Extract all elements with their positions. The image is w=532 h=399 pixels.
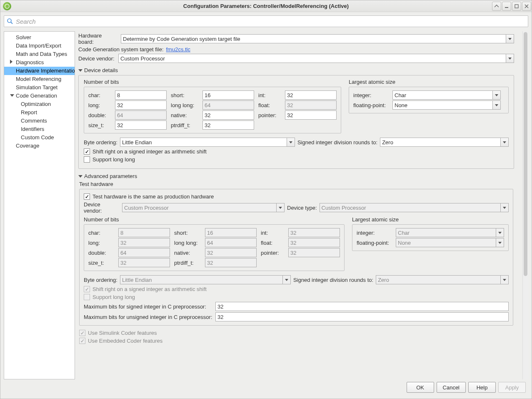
help-button[interactable]: Help [468,382,496,393]
label-device-vendor: Device vendor: [78,55,116,62]
advanced-params-group: Test hardware Test hardware is the same … [78,181,514,344]
tree-item-diagnostics[interactable]: Diagnostics [4,58,75,67]
tree-item-data-import-export[interactable]: Data Import/Export [4,42,75,50]
tree-item-label: Code Generation [16,93,57,99]
bits-short-input[interactable] [202,90,254,100]
tree-item-solver[interactable]: Solver [4,33,75,42]
test-atomic-integer-dropdown: Char [396,228,504,237]
test-hardware-group: Test hardware is the same as production … [79,189,513,326]
tree-item-label: Data Import/Export [16,43,61,49]
test-bits-size-t [118,258,170,267]
bits-char-input[interactable] [115,90,167,100]
label-float: float: [258,102,281,108]
label-cg-target: Code Generation system target file: [78,46,164,53]
signed-div-dropdown[interactable]: Zero [380,138,509,147]
label-double: double: [88,112,111,118]
tree-item-optimization[interactable]: Optimization [4,100,75,108]
atomic-integer-dropdown[interactable]: Char [392,90,501,100]
tree-item-coverage[interactable]: Coverage [4,142,75,150]
window-maximize-button[interactable] [512,2,521,11]
ok-button[interactable]: OK [407,382,434,393]
largest-atomic-group: integer:Char floating-point:None [349,87,509,113]
test-same-checkbox[interactable]: Test hardware is the same as production … [84,193,509,200]
cancel-button[interactable]: Cancel [437,382,466,393]
label-size-t: size_t: [88,122,111,128]
label-largest-atomic: Largest atomic size [349,79,509,85]
device-details-header[interactable]: Device details [78,67,514,73]
tree-item-label: Identifiers [21,126,44,132]
test-bits-long [118,238,170,247]
window-buttons [492,2,532,11]
chevron-down-icon [10,94,14,97]
window-minimize-button[interactable] [502,2,511,11]
bits-size-t-input[interactable] [115,120,167,130]
tree-item-hardware-implementation[interactable]: Hardware Implementation [4,67,75,75]
svg-rect-1 [515,5,518,8]
window-close-button[interactable] [522,2,531,11]
label-long-long: long long: [171,102,198,108]
dialog-footer: OK Cancel Help Apply [4,379,528,395]
tree-item-report[interactable]: Report [4,108,75,117]
search-bar[interactable] [4,15,528,27]
test-bits-float [288,238,340,247]
tree-item-custom-code[interactable]: Custom Code [4,133,75,142]
tree-item-label: Diagnostics [16,59,44,65]
tree-item-model-referencing[interactable]: Model Referencing [4,75,75,83]
nav-tree[interactable]: SolverData Import/ExportMath and Data Ty… [4,31,75,379]
shift-right-checkbox[interactable]: Shift right on a signed integer as arith… [84,148,509,155]
device-vendor-dropdown[interactable]: Custom Processor [118,54,514,63]
label-test-dev-type: Device type: [287,205,317,211]
bits-long-input[interactable] [115,100,167,110]
bits-pointer-input[interactable] [285,110,337,120]
label-pointer: pointer: [258,112,281,118]
tree-item-simulation-target[interactable]: Simulation Target [4,83,75,92]
support-long-long-checkbox[interactable]: Support long long [84,156,509,163]
tree-item-label: Model Referencing [16,76,61,82]
config-params-window: Configuration Parameters: Controller/Mod… [0,0,532,399]
window-title: Configuration Parameters: Controller/Mod… [0,3,532,9]
bits-float-input [285,100,337,110]
advanced-params-header[interactable]: Advanced parameters [78,173,514,179]
bits-int-input[interactable] [285,90,337,100]
label-test-byte-order: Byte ordering: [84,277,117,283]
cg-target-link[interactable]: fmu2cs.tlc [166,46,191,53]
device-details-group: Number of bits char: short: int: long: [78,75,514,169]
checkbox-icon [84,294,90,300]
label-byte-order: Byte ordering: [84,139,117,146]
label-signed-div: Signed integer division rounds to: [297,139,377,146]
tree-item-comments[interactable]: Comments [4,117,75,125]
titlebar: Configuration Parameters: Controller/Mod… [0,0,532,12]
test-byte-order-dropdown: Little Endian [120,275,291,284]
hardware-board-dropdown[interactable]: Determine by Code Generation system targ… [121,34,514,43]
search-input[interactable] [15,18,525,25]
label-test-num-bits: Number of bits [84,216,345,223]
window-rollup-button[interactable] [492,2,501,11]
search-icon [7,18,13,25]
bits-native-input[interactable] [202,110,254,120]
max-signed-input[interactable] [215,302,509,311]
scrollbar-thumb[interactable] [524,32,527,276]
panel-scrollbar[interactable] [522,31,528,379]
bits-ptrdiff-t-input[interactable] [202,120,254,130]
tree-item-identifiers[interactable]: Identifiers [4,125,75,133]
label-ptrdiff-t: ptrdiff_t: [171,122,198,128]
label-long: long: [88,102,111,108]
checkbox-icon [84,286,90,292]
label-atomic-int: integer: [353,92,389,98]
max-unsigned-input[interactable] [215,312,509,321]
byte-order-dropdown[interactable]: Little Endian [120,138,295,147]
tree-item-label: Math and Data Types [16,51,67,57]
tree-item-label: Optimization [21,101,51,107]
chevron-down-icon [78,69,82,72]
label-max-unsigned: Maximum bits for unsigned integer in C p… [84,314,213,320]
tree-item-code-generation[interactable]: Code Generation [4,92,75,100]
use-simulink-checkbox: Use Simulink Coder features [79,330,513,336]
tree-item-label: Coverage [16,143,39,149]
apply-button: Apply [498,382,526,393]
test-bits-double [118,248,170,257]
label-hardware-board: Hardware board: [78,33,118,45]
tree-item-math-and-data-types[interactable]: Math and Data Types [4,50,75,58]
tree-item-label: Comments [21,118,47,124]
tree-item-label: Solver [16,34,31,40]
atomic-float-dropdown[interactable]: None [392,100,501,110]
